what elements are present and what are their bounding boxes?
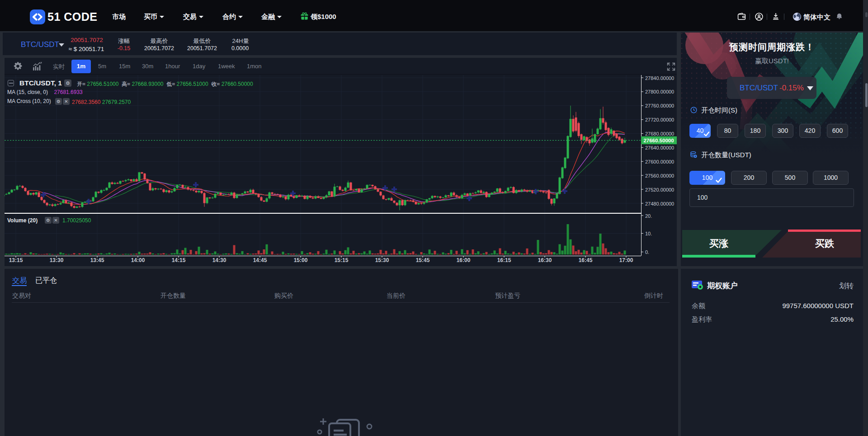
svg-text:27720.00000: 27720.00000 [645,117,674,122]
svg-text:27560.00000: 27560.00000 [645,173,674,178]
svg-text:0.: 0. [645,249,649,255]
svg-text:买跌: 买跌 [815,238,835,248]
svg-text:20.: 20. [645,213,652,219]
svg-text:15:30: 15:30 [375,257,389,263]
svg-text:27840.00000: 27840.00000 [645,75,674,81]
svg-text:15:00: 15:00 [294,257,308,263]
svg-text:27520.00000: 27520.00000 [645,187,674,192]
svg-text:14:00: 14:00 [131,257,145,263]
svg-text:16:45: 16:45 [579,257,593,263]
svg-text:27680.00000: 27680.00000 [645,131,674,136]
svg-text:16:30: 16:30 [538,257,552,263]
svg-text:16:00: 16:00 [457,257,471,263]
svg-text:14:15: 14:15 [172,257,186,263]
svg-text:15:45: 15:45 [416,257,430,263]
svg-text:13:15: 13:15 [9,257,23,263]
svg-text:14:45: 14:45 [253,257,267,263]
svg-text:27480.00000: 27480.00000 [645,201,674,206]
svg-text:27600.00000: 27600.00000 [645,159,674,164]
svg-text:16:15: 16:15 [497,257,511,263]
svg-text:27640.00000: 27640.00000 [645,145,674,150]
svg-text:17:00: 17:00 [619,257,633,263]
svg-text:买涨: 买涨 [709,238,729,248]
svg-text:14:30: 14:30 [212,257,226,263]
svg-text:27760.00000: 27760.00000 [645,103,674,108]
svg-text:10.: 10. [645,231,652,236]
svg-text:13:30: 13:30 [50,257,64,263]
svg-text:13:45: 13:45 [90,257,104,263]
svg-text:27660.50000: 27660.50000 [643,138,674,143]
svg-text:27800.00000: 27800.00000 [645,89,674,94]
svg-text:15:15: 15:15 [335,257,349,263]
